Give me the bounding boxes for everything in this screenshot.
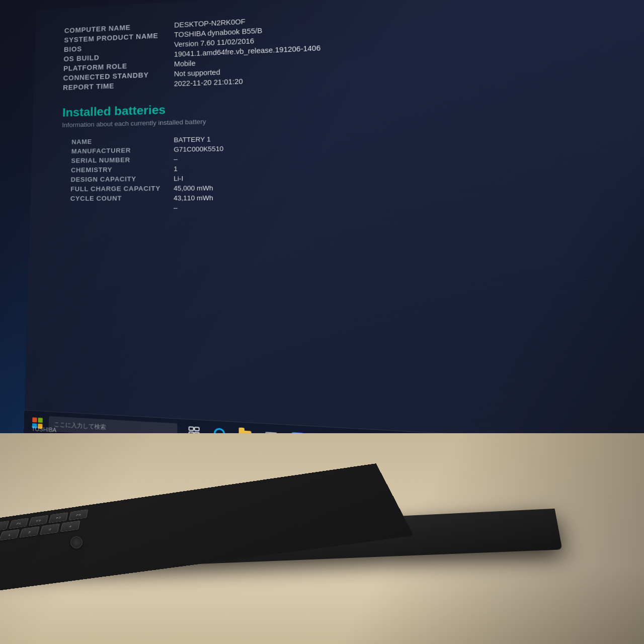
- search-placeholder: ここに入力して検索: [54, 420, 106, 431]
- battery-extra-label: [70, 204, 174, 204]
- battery-cycle-count-label: CYCLE COUNT: [70, 194, 174, 202]
- system-info-section: COMPUTER NAME DESKTOP-N2RK0OF SYSTEM PRO…: [63, 0, 617, 92]
- battery-cycle-count-row: CYCLE COUNT 43,110 mWh: [70, 192, 627, 202]
- batteries-section: Installed batteries Information about ea…: [60, 89, 628, 212]
- battery-chemistry-value: 1: [174, 165, 178, 173]
- battery-name-label: NAME: [71, 136, 174, 146]
- report-time-value: 2022-11-20 21:01:20: [174, 77, 243, 88]
- battery-extra-row: –: [70, 203, 628, 212]
- platform-role-value: Mobile: [174, 59, 196, 68]
- report-time-label: REPORT TIME: [63, 80, 174, 92]
- battery-info: NAME BATTERY 1 MANUFACTURER G71C000K5510…: [70, 127, 628, 212]
- battery-serial-value: –: [174, 155, 178, 163]
- key-f1[interactable]: F1: [9, 518, 29, 529]
- svg-rect-0: [189, 427, 194, 430]
- connected-standby-value: Not supported: [174, 68, 220, 77]
- key-f2[interactable]: F2: [29, 515, 49, 526]
- battery-extra-value: –: [174, 204, 178, 211]
- key-4[interactable]: 4: [60, 521, 80, 532]
- key-1[interactable]: 1: [0, 529, 20, 541]
- battery-full-charge-value: 45,000 mWh: [174, 184, 213, 192]
- computer-name-value: DESKTOP-N2RK0OF: [174, 18, 246, 29]
- battery-design-cap-value: Li-I: [174, 175, 183, 182]
- bios-value: Version 7.60 11/02/2016: [174, 37, 254, 48]
- battery-name-value: BATTERY 1: [174, 135, 210, 144]
- battery-serial-label: SERIAL NUMBER: [71, 155, 174, 165]
- battery-full-charge-label: FULL CHARGE CAPACITY: [70, 185, 174, 193]
- battery-chemistry-label: CHEMISTRY: [71, 165, 174, 174]
- key-f3[interactable]: F3: [49, 512, 68, 523]
- photo-container: COMPUTER NAME DESKTOP-N2RK0OF SYSTEM PRO…: [0, 0, 644, 644]
- battery-cycle-count-value: 43,110 mWh: [174, 194, 213, 202]
- key-3[interactable]: 3: [40, 523, 60, 535]
- laptop-screen-content: COMPUTER NAME DESKTOP-N2RK0OF SYSTEM PRO…: [24, 0, 644, 475]
- battery-design-cap-label: DESIGN CAPACITY: [70, 175, 174, 183]
- key-2[interactable]: 2: [19, 526, 40, 538]
- key-f4[interactable]: F4: [69, 509, 89, 520]
- battery-manufacturer-value: G71C000K5510: [174, 145, 223, 153]
- battery-full-charge-row: FULL CHARGE CAPACITY 45,000 mWh: [70, 181, 626, 193]
- power-button[interactable]: [70, 536, 83, 548]
- svg-rect-1: [195, 427, 199, 431]
- laptop-container: COMPUTER NAME DESKTOP-N2RK0OF SYSTEM PRO…: [24, 0, 644, 475]
- battery-manufacturer-label: MANUFACTURER: [71, 146, 174, 155]
